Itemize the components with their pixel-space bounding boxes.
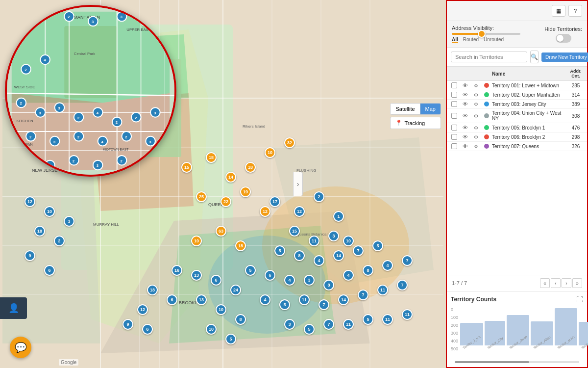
row-checkbox[interactable] — [451, 101, 457, 107]
cluster-pin[interactable]: 19 — [240, 186, 251, 197]
cluster-pin[interactable]: 5 — [225, 334, 236, 344]
tracking-btn[interactable]: 📍 Tracking — [390, 117, 441, 129]
row-checkbox[interactable] — [451, 92, 457, 98]
cluster-pin[interactable]: 10 — [343, 236, 354, 246]
row-gear-cell[interactable]: ⚙ — [470, 144, 481, 149]
cluster-pin[interactable]: 32 — [284, 137, 295, 148]
cluster-pin[interactable]: 4 — [260, 294, 270, 305]
gear-icon[interactable]: ⚙ — [474, 83, 478, 88]
eye-icon[interactable]: 👁 — [463, 82, 468, 88]
cluster-pin[interactable]: 11 — [299, 294, 310, 305]
cluster-pin[interactable]: 15 — [181, 162, 192, 173]
row-eye-cell[interactable]: 👁 — [460, 82, 470, 88]
eye-icon[interactable]: 👁 — [463, 101, 468, 107]
gear-icon[interactable]: ⚙ — [474, 102, 478, 107]
cluster-pin[interactable]: 4 — [343, 270, 354, 281]
cluster-pin[interactable]: 14 — [225, 172, 236, 183]
row-checkbox-cell[interactable] — [449, 125, 460, 131]
addr-slider[interactable] — [452, 33, 520, 35]
cluster-pin[interactable]: 10 — [265, 147, 275, 158]
eye-icon[interactable]: 👁 — [463, 92, 468, 98]
gear-icon[interactable]: ⚙ — [474, 144, 478, 149]
cluster-pin[interactable]: 11 — [343, 319, 354, 330]
row-checkbox[interactable] — [451, 134, 457, 140]
row-eye-cell[interactable]: 👁 — [460, 134, 470, 140]
cluster-pin[interactable]: 6 — [211, 275, 221, 286]
row-gear-cell[interactable]: ⚙ — [470, 102, 481, 107]
cluster-pin[interactable]: 6 — [44, 265, 55, 276]
cluster-pin[interactable]: 7 — [353, 245, 364, 256]
cluster-pin[interactable]: 3 — [328, 231, 339, 241]
satellite-btn[interactable]: Satellite — [391, 104, 419, 114]
cluster-pin[interactable]: 10 — [206, 324, 217, 335]
cluster-pin[interactable]: 5 — [363, 314, 373, 325]
row-gear-cell[interactable]: ⚙ — [470, 113, 481, 119]
cluster-pin[interactable]: 12 — [294, 206, 305, 217]
cluster-pin[interactable]: 6 — [142, 324, 153, 335]
cluster-pin[interactable]: 10 — [216, 304, 226, 315]
cluster-pin[interactable]: 24 — [230, 285, 241, 295]
cluster-pin[interactable]: 7 — [402, 255, 413, 266]
cluster-pin[interactable]: 18 — [206, 152, 217, 163]
row-checkbox-cell[interactable] — [449, 143, 460, 149]
gear-icon[interactable]: ⚙ — [474, 113, 478, 119]
cluster-pin[interactable]: 2 — [54, 236, 65, 246]
cluster-pin[interactable]: 14 — [333, 250, 344, 261]
next-page-btn[interactable]: › — [562, 278, 571, 288]
cluster-pin[interactable]: 11 — [309, 236, 319, 246]
cluster-pin[interactable]: 13 — [191, 270, 202, 281]
cluster-pin[interactable]: 3 — [304, 275, 315, 286]
row-checkbox-cell[interactable] — [449, 82, 460, 88]
prev-page-btn[interactable]: ‹ — [551, 278, 561, 288]
cluster-pin[interactable]: 2 — [314, 191, 324, 202]
row-gear-cell[interactable]: ⚙ — [470, 92, 481, 98]
row-eye-cell[interactable]: 👁 — [460, 101, 470, 107]
cluster-pin[interactable]: 18 — [147, 285, 158, 295]
cluster-pin[interactable]: 5 — [279, 299, 290, 310]
addr-slider-container[interactable] — [452, 33, 520, 35]
row-checkbox-cell[interactable] — [449, 101, 460, 107]
row-gear-cell[interactable]: ⚙ — [470, 134, 481, 140]
row-eye-cell[interactable]: 👁 — [460, 92, 470, 98]
row-checkbox[interactable] — [451, 125, 457, 131]
cluster-pin[interactable]: 8 — [235, 314, 246, 325]
cluster-pin[interactable]: 7 — [397, 280, 408, 290]
gear-icon[interactable]: ⚙ — [474, 92, 478, 98]
cluster-pin[interactable]: 17 — [270, 196, 280, 207]
grid-btn[interactable]: ▦ — [552, 5, 565, 17]
cluster-pin[interactable]: 5 — [372, 240, 383, 251]
user-routing-btn[interactable]: 👤 — [0, 297, 27, 319]
cluster-pin[interactable]: 7 — [318, 299, 329, 310]
cluster-pin[interactable]: 18 — [235, 240, 246, 251]
cluster-pin[interactable]: 8 — [294, 250, 305, 261]
panel-toggle-btn[interactable]: › — [293, 172, 303, 196]
eye-icon[interactable]: 👁 — [463, 134, 468, 140]
cluster-pin[interactable]: 14 — [338, 294, 349, 305]
addr-tab-routed[interactable]: Routed — [463, 37, 479, 43]
eye-icon[interactable]: 👁 — [463, 125, 468, 131]
row-checkbox[interactable] — [451, 143, 457, 149]
expand-chart-btn[interactable]: ⛶ — [576, 295, 583, 303]
cluster-pin[interactable]: 63 — [216, 226, 226, 237]
row-checkbox[interactable] — [451, 113, 457, 119]
cluster-pin[interactable]: 3 — [64, 216, 74, 227]
draw-territory-btn[interactable]: Draw New Territory — [541, 53, 588, 62]
cluster-pin[interactable]: 8 — [363, 265, 373, 276]
cluster-pin[interactable]: 6 — [265, 270, 275, 281]
cluster-pin[interactable]: 5 — [304, 324, 315, 335]
cluster-pin[interactable]: 1 — [333, 211, 344, 222]
cluster-pin[interactable]: 11 — [402, 309, 413, 320]
map-btn[interactable]: Map — [420, 104, 441, 114]
view-mode-toggle[interactable]: Satellite Map — [390, 103, 441, 115]
cluster-pin[interactable]: 5 — [274, 245, 285, 256]
cluster-pin[interactable]: 16 — [172, 265, 182, 276]
cluster-pin[interactable]: 12 — [260, 206, 270, 217]
cluster-pin[interactable]: 9 — [24, 250, 35, 261]
search-input[interactable] — [451, 52, 527, 62]
cluster-pin[interactable]: 11 — [377, 285, 388, 295]
row-checkbox-cell[interactable] — [449, 113, 460, 119]
cluster-pin[interactable]: 12 — [137, 304, 148, 315]
row-checkbox[interactable] — [451, 82, 457, 88]
cluster-pin[interactable]: 10 — [44, 206, 55, 217]
gear-icon[interactable]: ⚙ — [474, 134, 478, 140]
